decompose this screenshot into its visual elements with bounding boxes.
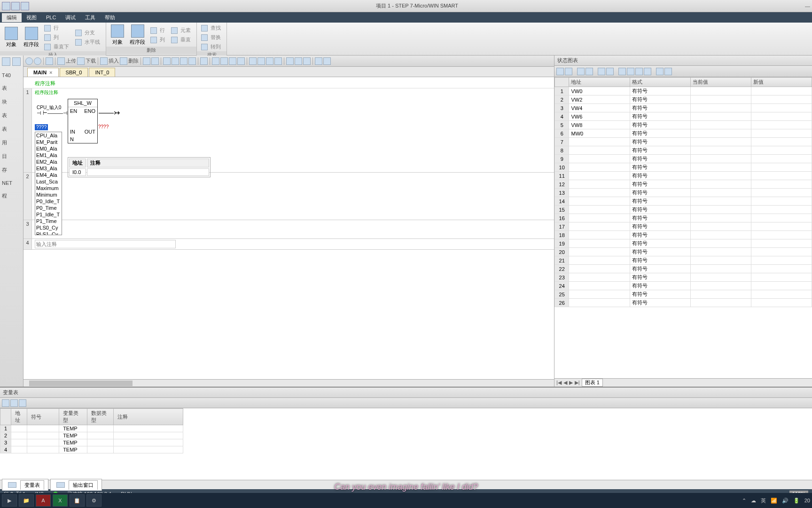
sc-icon[interactable]: [664, 68, 672, 75]
new-cell[interactable]: [751, 282, 812, 290]
task-icon[interactable]: ⚙: [86, 494, 102, 507]
task-icon[interactable]: 📋: [70, 494, 85, 507]
tb-icon[interactable]: [274, 57, 282, 65]
new-cell[interactable]: [751, 129, 812, 138]
cur-cell[interactable]: [690, 189, 751, 197]
new-cell[interactable]: [751, 180, 812, 189]
goto-button[interactable]: 转到: [200, 42, 224, 51]
addr-cell[interactable]: [569, 146, 630, 155]
empty-rung[interactable]: ——↣: [35, 221, 551, 238]
fmt-cell[interactable]: 有符号: [630, 273, 690, 282]
addr-cell[interactable]: [569, 282, 630, 290]
tb-icon[interactable]: [323, 57, 331, 65]
fmt-cell[interactable]: 有符号: [630, 197, 690, 206]
dropdown-item[interactable]: EM_Parit: [35, 139, 62, 145]
fmt-cell[interactable]: 有符号: [630, 290, 690, 299]
new-cell[interactable]: [751, 146, 812, 155]
new-cell[interactable]: [751, 231, 812, 239]
fmt-cell[interactable]: 有符号: [630, 222, 690, 231]
ladder-editor[interactable]: 程序注释 1 程序段注释 CPU_输入0 ⊣ ⊢———⊣ ⊢ SHL_W ENE…: [23, 77, 554, 379]
addr-cell[interactable]: [569, 265, 630, 273]
addr-cell[interactable]: [569, 172, 630, 180]
fmt-cell[interactable]: 有符号: [630, 155, 690, 163]
address-table[interactable]: 地址注释 I0.0: [68, 157, 211, 177]
new-cell[interactable]: [751, 256, 812, 265]
addr-cell[interactable]: [569, 299, 630, 307]
cur-cell[interactable]: [690, 248, 751, 256]
compile-icon[interactable]: [46, 57, 53, 65]
insert-vline-button[interactable]: 垂直下: [43, 42, 72, 51]
insert-branch-button[interactable]: 分支: [74, 28, 103, 37]
fmt-cell[interactable]: 有符号: [630, 87, 690, 95]
ladder-diagram[interactable]: CPU_输入0 ⊣ ⊢———⊣ ⊢ SHL_W ENENO INOUT N ——…: [35, 96, 551, 171]
fmt-cell[interactable]: 有符号: [630, 189, 690, 197]
cur-cell[interactable]: [690, 273, 751, 282]
cur-cell[interactable]: [690, 95, 751, 104]
tray-chevron-icon[interactable]: ⌃: [742, 498, 746, 504]
upload-icon[interactable]: [57, 57, 65, 65]
tb-icon[interactable]: [286, 57, 294, 65]
dropdown-item[interactable]: EM0_Ala: [35, 145, 62, 152]
new-cell[interactable]: [751, 239, 812, 248]
qat-save-icon[interactable]: [11, 2, 20, 10]
stop-icon[interactable]: [34, 57, 41, 65]
left-item[interactable]: 存: [2, 167, 21, 174]
tb-icon[interactable]: [315, 57, 322, 65]
new-cell[interactable]: [751, 290, 812, 299]
tray-battery-icon[interactable]: 🔋: [793, 498, 800, 504]
cur-cell[interactable]: [690, 146, 751, 155]
fmt-cell[interactable]: 有符号: [630, 282, 690, 290]
new-cell[interactable]: [751, 248, 812, 256]
dropdown-item[interactable]: P1_Time: [35, 218, 62, 224]
addr-cell[interactable]: [569, 290, 630, 299]
ime-indicator[interactable]: 英: [761, 497, 766, 504]
run-icon[interactable]: [25, 57, 33, 65]
tb-icon[interactable]: [303, 57, 311, 65]
tray-volume-icon[interactable]: 🔊: [782, 498, 789, 504]
find-button[interactable]: 查找: [200, 24, 224, 32]
cur-cell[interactable]: [690, 282, 751, 290]
insert-row-button[interactable]: 行: [43, 24, 72, 32]
cur-cell[interactable]: [690, 180, 751, 189]
sc-run-icon[interactable]: [577, 68, 585, 75]
fmt-cell[interactable]: 有符号: [630, 180, 690, 189]
addr-cell[interactable]: [569, 248, 630, 256]
tree-icon[interactable]: [2, 57, 10, 66]
fmt-cell[interactable]: 有符号: [630, 112, 690, 121]
cur-cell[interactable]: [690, 155, 751, 163]
dropdown-item[interactable]: EM3_Ala: [35, 165, 62, 172]
program-comment[interactable]: 程序注释: [23, 79, 554, 88]
cur-cell[interactable]: [690, 163, 751, 172]
cur-cell[interactable]: [690, 129, 751, 138]
tb-icon[interactable]: [249, 57, 257, 65]
menu-tools[interactable]: 工具: [80, 13, 100, 22]
cur-cell[interactable]: [690, 104, 751, 112]
addr-cell[interactable]: VW4: [569, 104, 630, 112]
menu-edit[interactable]: 编辑: [2, 13, 22, 22]
sc-del-icon[interactable]: [565, 68, 572, 75]
new-cell[interactable]: [751, 206, 812, 214]
fmt-cell[interactable]: 有符号: [630, 214, 690, 222]
fmt-cell[interactable]: 有符号: [630, 172, 690, 180]
cur-cell[interactable]: [690, 172, 751, 180]
menu-help[interactable]: 帮助: [100, 13, 120, 22]
cur-cell[interactable]: [690, 112, 751, 121]
sc-icon[interactable]: [635, 68, 643, 75]
addr-cell[interactable]: [569, 206, 630, 214]
delete-col-button[interactable]: 列: [149, 35, 168, 44]
fmt-cell[interactable]: 有符号: [630, 231, 690, 239]
vtype-cell[interactable]: TEMP: [59, 446, 87, 453]
sc-pause-icon[interactable]: [586, 68, 593, 75]
tab-var-table[interactable]: 变量表: [2, 479, 48, 491]
vtype-cell[interactable]: TEMP: [59, 439, 87, 446]
tb-icon[interactable]: [266, 57, 273, 65]
symbol-dropdown[interactable]: CPU_AlaEM_ParitEM0_AlaEM1_AlaEM2_AlaEM3_…: [35, 132, 62, 235]
tb-icon[interactable]: [163, 57, 171, 65]
sc-icon[interactable]: [618, 68, 626, 75]
replace-button[interactable]: 替换: [200, 33, 224, 42]
insert-object-button[interactable]: 对象: [3, 26, 20, 49]
addr-cell[interactable]: [569, 155, 630, 163]
delete-row-button[interactable]: 行: [149, 26, 168, 35]
tray-wifi-icon[interactable]: 📶: [771, 498, 777, 504]
new-cell[interactable]: [751, 121, 812, 129]
